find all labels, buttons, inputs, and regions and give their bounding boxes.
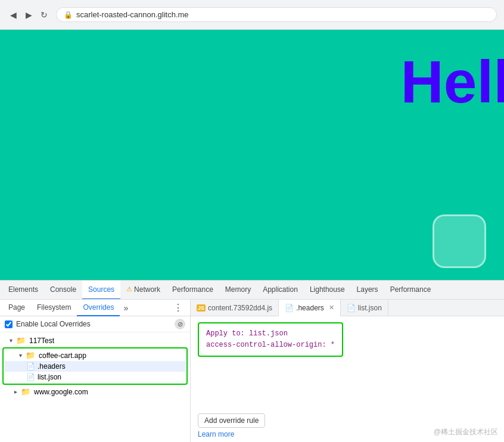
enable-overrides-checkbox[interactable] <box>5 320 13 328</box>
file-icon-json: 📄 <box>26 373 35 381</box>
refresh-button[interactable]: ↻ <box>38 9 50 21</box>
close-tab-button[interactable]: ✕ <box>329 304 334 312</box>
tab-layers[interactable]: Layers <box>351 281 384 300</box>
tab-label: list.json <box>358 304 382 312</box>
folder-icon: 📁 <box>16 336 26 345</box>
expand-icon: ▸ <box>14 388 17 395</box>
headers-file-icon: 📄 <box>285 304 294 312</box>
back-button[interactable]: ◀ <box>7 9 19 21</box>
code-line-2: access-control-allow-origin: * <box>206 340 335 351</box>
tree-label: 117Test <box>29 337 54 345</box>
secondary-tabs: Page Filesystem Overrides » ⋮ <box>0 300 190 316</box>
devtools-tabs-bar: Elements Console Sources ⚠ Network Perfo… <box>0 281 504 300</box>
tree-label: coffee-cart.app <box>39 351 86 360</box>
add-override-button[interactable]: Add override rule <box>198 413 265 428</box>
expand-icon: ▾ <box>19 352 22 359</box>
more-tabs-button[interactable]: » <box>120 300 132 316</box>
tab-console[interactable]: Console <box>44 281 82 300</box>
tree-item-coffee-cart[interactable]: ▾ 📁 coffee-cart.app <box>5 350 185 361</box>
forward-button[interactable]: ▶ <box>23 9 35 21</box>
code-key-acao: access-control-allow-origin: <box>206 341 326 349</box>
tab-page[interactable]: Page <box>2 300 31 316</box>
file-tree: ▾ 📁 117Test ▾ 📁 coffee-cart.app 📄 <box>0 332 190 442</box>
tab-network[interactable]: ⚠ Network <box>120 281 166 300</box>
left-panel: Page Filesystem Overrides » ⋮ <box>0 300 191 442</box>
clear-overrides-button[interactable]: ⊘ <box>175 319 185 329</box>
tab-application[interactable]: Application <box>257 281 304 300</box>
tree-label: .headers <box>38 362 66 371</box>
file-icon-headers: 📄 <box>26 362 35 371</box>
folder-icon-coffee: 📁 <box>26 351 35 360</box>
tab-elements[interactable]: Elements <box>2 281 44 300</box>
code-value-listjson: list.json <box>249 329 288 338</box>
right-panel: JS content.73592dd4.js 📄 .headers ✕ 📄 li… <box>191 300 504 442</box>
nav-buttons: ◀ ▶ ↻ <box>7 9 50 21</box>
watermark: @稀土掘金技术社区 <box>434 427 498 437</box>
tree-highlight-group: ▾ 📁 coffee-cart.app 📄 .headers 📄 list.js… <box>2 347 188 385</box>
decorative-rect <box>433 214 486 268</box>
editor-tab-content-js[interactable]: JS content.73592dd4.js <box>191 300 279 316</box>
devtools-panel: Elements Console Sources ⚠ Network Perfo… <box>0 280 504 442</box>
tab-overrides[interactable]: Overrides <box>77 300 120 316</box>
code-line-1: Apply to: list.json <box>206 328 335 340</box>
tree-label: www.google.com <box>34 388 88 396</box>
json-file-icon: 📄 <box>347 304 356 312</box>
editor-tabs: JS content.73592dd4.js 📄 .headers ✕ 📄 li… <box>191 300 504 316</box>
tree-item-headers[interactable]: 📄 .headers <box>5 361 185 372</box>
tab-label: .headers <box>296 304 324 312</box>
page-content: Hell <box>0 30 504 280</box>
tab-memory[interactable]: Memory <box>219 281 257 300</box>
tab-lighthouse[interactable]: Lighthouse <box>304 281 351 300</box>
overrides-toolbar: Enable Local Overrides ⊘ <box>0 316 190 332</box>
panel-menu-button[interactable]: ⋮ <box>173 303 183 313</box>
devtools-content: Page Filesystem Overrides » ⋮ <box>0 300 504 442</box>
browser-chrome: ◀ ▶ ↻ 🔒 scarlet-roasted-cannon.glitch.me <box>0 0 504 30</box>
enable-overrides-label[interactable]: Enable Local Overrides <box>5 320 91 328</box>
tab-sources[interactable]: Sources <box>82 281 120 300</box>
tab-performance[interactable]: Performance <box>166 281 219 300</box>
editor-tab-listjson[interactable]: 📄 list.json <box>341 300 388 316</box>
tab-performance2[interactable]: Performance <box>384 281 437 300</box>
js-icon: JS <box>197 304 206 312</box>
folder-icon-google: 📁 <box>21 387 30 396</box>
tree-item-117test[interactable]: ▾ 📁 117Test <box>0 335 190 346</box>
code-value-star: * <box>331 341 335 349</box>
tree-label: list.json <box>38 373 61 381</box>
warn-icon: ⚠ <box>126 285 132 293</box>
tab-label: content.73592dd4.js <box>208 304 272 312</box>
tree-item-listjson[interactable]: 📄 list.json <box>5 372 185 382</box>
code-editor[interactable]: Apply to: list.json access-control-allow… <box>191 316 504 410</box>
url-text: scarlet-roasted-cannon.glitch.me <box>76 10 189 19</box>
expand-icon: ▾ <box>10 337 13 344</box>
editor-tab-headers[interactable]: 📄 .headers ✕ <box>279 300 341 316</box>
hello-text: Hell <box>401 48 504 116</box>
code-key-apply: Apply to: <box>206 329 245 338</box>
address-bar[interactable]: 🔒 scarlet-roasted-cannon.glitch.me <box>56 7 497 22</box>
secondary-tabs-right: ⋮ <box>169 302 188 313</box>
tab-filesystem[interactable]: Filesystem <box>31 300 77 316</box>
lock-icon: 🔒 <box>64 11 73 19</box>
tree-item-google[interactable]: ▸ 📁 www.google.com <box>0 386 190 397</box>
headers-code-box: Apply to: list.json access-control-allow… <box>198 322 343 357</box>
